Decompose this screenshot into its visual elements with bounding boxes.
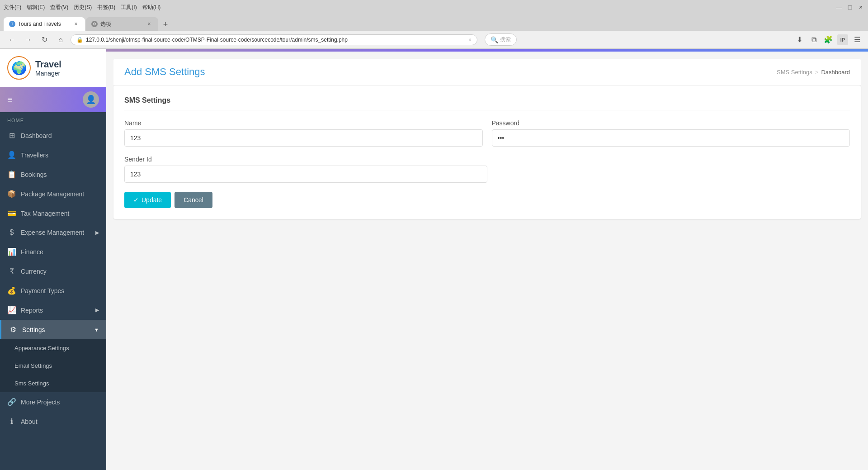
- home-button[interactable]: ⌂: [54, 33, 67, 46]
- payment-icon: 💰: [7, 286, 16, 295]
- more-projects-icon: 🔗: [7, 398, 16, 406]
- name-password-row: Name Password: [124, 119, 850, 147]
- settings-icon: ⚙: [9, 325, 18, 334]
- expense-arrow-icon: ▶: [95, 230, 99, 236]
- sender-id-row: Sender Id: [124, 156, 487, 183]
- tab-favicon-1: T: [9, 21, 15, 27]
- page-header: Add SMS Settings SMS Settings > Dashboar…: [113, 59, 861, 85]
- sidebar-item-package-management[interactable]: 📦 Package Management: [0, 184, 106, 204]
- sender-id-input[interactable]: [124, 166, 487, 183]
- back-button[interactable]: ←: [5, 33, 18, 46]
- card-title: SMS Settings: [124, 96, 850, 110]
- sidebar-item-reports[interactable]: 📈 Reports ▶: [0, 300, 106, 320]
- sidebar-item-appearance-settings[interactable]: Appearance Settings: [0, 339, 106, 357]
- minimize-button[interactable]: —: [835, 4, 843, 11]
- sidebar-item-expense-management[interactable]: $ Expense Management ▶: [0, 223, 106, 242]
- sender-id-label: Sender Id: [124, 156, 487, 163]
- password-input[interactable]: [492, 129, 850, 147]
- menu-tools[interactable]: 工具(I): [121, 4, 137, 11]
- sidebar-item-finance[interactable]: 📊 Finance: [0, 242, 106, 261]
- menu-history[interactable]: 历史(S): [74, 4, 92, 11]
- browser-menu-icon[interactable]: ☰: [852, 34, 863, 45]
- sidebar-section-home: HOME: [0, 112, 106, 126]
- app-wrapper: 🌍 Travel Manager ≡ 👤 HOME ⊞ Dashboard: [0, 49, 868, 470]
- checkmark-icon: ✓: [133, 196, 139, 204]
- maximize-button[interactable]: □: [846, 4, 854, 11]
- sidebar-item-settings[interactable]: ⚙ Settings ▼: [0, 320, 106, 339]
- sidebar-item-bookings[interactable]: 📋 Bookings: [0, 165, 106, 184]
- sidebar-item-dashboard[interactable]: ⊞ Dashboard: [0, 126, 106, 145]
- sidebar-item-label-bookings: Bookings: [21, 171, 47, 178]
- lock-icon: 🔒: [76, 37, 83, 43]
- sidebar-item-tax-management[interactable]: 💳 Tax Management: [0, 204, 106, 223]
- sidebar-item-label-payment: Payment Types: [21, 287, 64, 294]
- toolbar-right: ⬇ ⧉ 🧩 IP ☰: [794, 34, 863, 45]
- tab-close-1[interactable]: ×: [72, 20, 80, 28]
- tax-icon: 💳: [7, 209, 16, 218]
- sidebar-item-payment-types[interactable]: 💰 Payment Types: [0, 281, 106, 300]
- menu-view[interactable]: 查看(V): [50, 4, 68, 11]
- extensions-icon[interactable]: 🧩: [823, 34, 834, 45]
- new-tab-button[interactable]: +: [159, 18, 172, 31]
- address-bar[interactable]: 🔒 127.0.0.1/shenji/otmsp-final-source-co…: [71, 34, 477, 45]
- url-text: 127.0.0.1/shenji/otmsp-final-source-code…: [86, 37, 466, 43]
- menu-bar: 文件(F) 编辑(E) 查看(V) 历史(S) 书签(B) 工具(I) 帮助(H…: [4, 4, 160, 11]
- reload-button[interactable]: ↻: [38, 33, 51, 46]
- download-icon[interactable]: ⬇: [794, 34, 805, 45]
- sidebar-item-more-projects[interactable]: 🔗 More Projects: [0, 392, 106, 412]
- sidebar-item-label-about: About: [21, 418, 38, 425]
- logo-circle: 🌍: [7, 56, 31, 80]
- ip-button[interactable]: IP: [837, 34, 848, 45]
- currency-icon: ₹: [7, 267, 16, 275]
- sidebar-item-label-travellers: Travellers: [21, 152, 48, 159]
- menu-file[interactable]: 文件(F): [4, 4, 21, 11]
- package-icon: 📦: [7, 190, 16, 198]
- menu-edit[interactable]: 编辑(E): [27, 4, 45, 11]
- sidebar-item-label-tax: Tax Management: [21, 210, 69, 217]
- sidebar-logo: 🌍 Travel Manager: [0, 49, 106, 87]
- sidebar-item-travellers[interactable]: 👤 Travellers: [0, 145, 106, 165]
- close-button[interactable]: ×: [857, 4, 864, 11]
- title-bar: 文件(F) 编辑(E) 查看(V) 历史(S) 书签(B) 工具(I) 帮助(H…: [0, 0, 868, 14]
- layout-icon[interactable]: ⧉: [808, 34, 819, 45]
- update-button-label: Update: [142, 196, 162, 204]
- logo-travel-text: Travel: [35, 59, 61, 70]
- password-label: Password: [492, 119, 850, 127]
- address-bar-container: ← → ↻ ⌂ 🔒 127.0.0.1/shenji/otmsp-final-s…: [0, 31, 868, 49]
- sidebar: 🌍 Travel Manager ≡ 👤 HOME ⊞ Dashboard: [0, 49, 106, 470]
- hamburger-icon[interactable]: ≡: [7, 95, 13, 105]
- name-input[interactable]: [124, 129, 483, 147]
- sms-settings-card: SMS Settings Name Password Sender Id: [113, 85, 861, 219]
- clear-url-button[interactable]: ×: [468, 37, 472, 43]
- forward-button[interactable]: →: [22, 33, 34, 46]
- menu-bookmarks[interactable]: 书签(B): [97, 4, 115, 11]
- page-title: Add SMS Settings: [124, 66, 205, 78]
- sidebar-item-email-settings[interactable]: Email Settings: [0, 357, 106, 375]
- tab-bar: T Tours and Travels × ⚙ 选项 × +: [0, 14, 868, 31]
- settings-submenu: Appearance Settings Email Settings Sms S…: [0, 339, 106, 392]
- settings-arrow-icon: ▼: [94, 327, 99, 332]
- dashboard-icon: ⊞: [7, 131, 16, 140]
- logo-text: Travel Manager: [35, 59, 61, 77]
- sidebar-item-about[interactable]: ℹ About: [0, 412, 106, 431]
- accent-bar: [106, 49, 868, 52]
- sidebar-item-label-expense: Expense Management: [21, 229, 84, 236]
- tab-tours-travels[interactable]: T Tours and Travels ×: [4, 17, 85, 31]
- tab-label-2: 选项: [100, 20, 111, 28]
- menu-help[interactable]: 帮助(H): [142, 4, 161, 11]
- cancel-button[interactable]: Cancel: [175, 192, 212, 208]
- search-bar[interactable]: 🔍 搜索: [485, 33, 517, 46]
- bookings-icon: 📋: [7, 170, 16, 179]
- breadcrumb-current: Dashboard: [821, 69, 850, 76]
- reports-arrow-icon: ▶: [95, 307, 99, 313]
- sidebar-item-currency[interactable]: ₹ Currency: [0, 261, 106, 281]
- sidebar-item-sms-settings[interactable]: Sms Settings: [0, 375, 106, 392]
- breadcrumb-parent[interactable]: SMS Settings: [777, 69, 812, 76]
- expense-icon: $: [7, 228, 16, 237]
- name-label: Name: [124, 119, 483, 127]
- about-icon: ℹ: [7, 417, 16, 426]
- tab-options[interactable]: ⚙ 选项 ×: [86, 17, 158, 31]
- appearance-settings-label: Appearance Settings: [14, 345, 69, 351]
- update-button[interactable]: ✓ Update: [124, 192, 171, 208]
- tab-close-2[interactable]: ×: [146, 20, 153, 28]
